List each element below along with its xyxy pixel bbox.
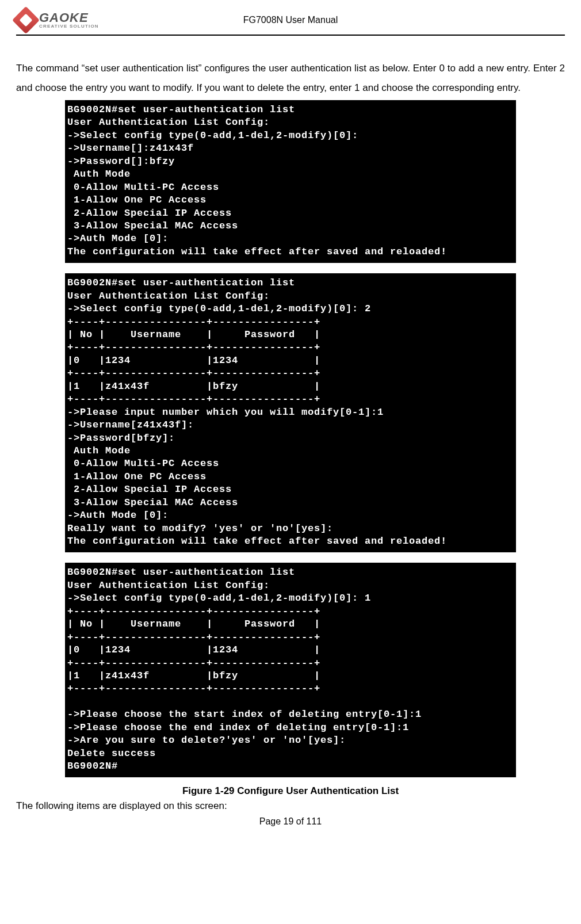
header-divider (16, 35, 565, 36)
terminal-add: BG9002N#set user-authentication list Use… (65, 100, 516, 263)
figure-caption: Figure 1-29 Configure User Authenticatio… (16, 785, 565, 797)
document-title: FG7008N User Manual (243, 15, 338, 25)
logo-text: GAOKE CREATIVE SOLUTION (39, 12, 99, 29)
brand-name: GAOKE (39, 12, 99, 24)
intro-paragraph: The command “set user authentication lis… (16, 59, 565, 98)
brand-logo: GAOKE CREATIVE SOLUTION (16, 10, 99, 30)
page-footer: Page 19 of 111 (16, 816, 565, 827)
brand-tagline: CREATIVE SOLUTION (39, 24, 99, 29)
terminal-screenshots: BG9002N#set user-authentication list Use… (16, 100, 565, 777)
logo-icon (12, 6, 40, 34)
terminal-delete: BG9002N#set user-authentication list Use… (65, 563, 516, 777)
page-header: GAOKE CREATIVE SOLUTION FG7008N User Man… (16, 0, 565, 32)
post-caption-text: The following items are displayed on thi… (16, 798, 565, 814)
terminal-modify: BG9002N#set user-authentication list Use… (65, 273, 516, 552)
